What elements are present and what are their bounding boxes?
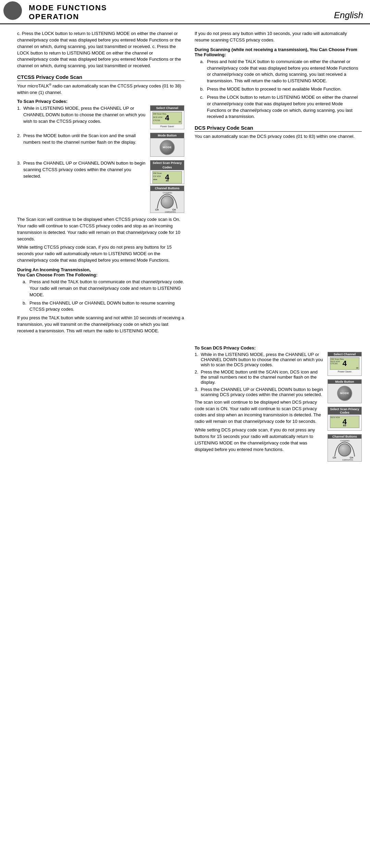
mode-knob-area-1: MODE [150, 138, 184, 156]
svg-text:GMRS/FRS: GMRS/FRS [165, 211, 176, 213]
incoming-item-b: b. Press the CHANNEL UP or CHANNEL DOWN … [23, 300, 184, 313]
dcs-select-channel-img: Select Channel DW Scan Req DCS VOX CTCSS… [328, 352, 362, 376]
ctcss-steps-list: 1. While in LISTENING MODE, press the CH… [17, 105, 184, 214]
dcs-power-saver: Power Saver [338, 370, 352, 373]
svg-text:CHANNEL: CHANNEL [340, 440, 350, 442]
intro-text-c: c. Press the LOCK button to return to LI… [17, 31, 184, 69]
bottom-section: To Scan DCS Privacy Codes: 1. While in t… [0, 343, 370, 472]
svg-text:CH: CH [350, 456, 353, 459]
select-channel-label-1: Select Channel [150, 106, 184, 111]
talk-scan-text: If you press the TALK button while scann… [17, 315, 184, 334]
step-3-num: 3. [17, 160, 23, 167]
svg-text:CH: CH [333, 456, 336, 459]
dcs-channel-body: CH CH GMRS/FRS CHANNEL [328, 439, 361, 461]
dcs-mode-label: Mode Button [328, 380, 361, 384]
ctcss-subsection-title: To Scan Privacy Codes: [17, 99, 184, 104]
scanning-text-c: Press the LOCK button to return to LISTE… [207, 94, 362, 120]
dcs-scan-screen: DCS VOX 4 83 [330, 416, 359, 428]
scanning-item-b: b. Press the MODE button to proceed to n… [200, 86, 362, 93]
dcs-images-col: Select Channel DW Scan Req DCS VOX CTCSS… [328, 352, 362, 463]
dcs-select-channel-label: Select Channel [328, 352, 361, 356]
step-1-content: While in LISTENING MODE, press the CHANN… [23, 105, 147, 125]
incoming-letter-b: b. [23, 300, 29, 307]
title-line1: MODE FUNCTIONS [29, 3, 107, 12]
scan-left-icons-1: DW Scan CS VOX ctcs [153, 172, 162, 181]
dcs-step-3-num: 3. [195, 387, 201, 397]
channel-body-1: CH CH GMRS/FRS CHANNEL [150, 191, 184, 213]
dcs-scan-text-2: While setting DCS privacy code scan, if … [195, 427, 325, 453]
scanning-item-a: a. Press and hold the TALK button to com… [200, 59, 362, 84]
dcs-scan-sub: 83 [343, 424, 346, 427]
step-3-content: Press the CHANNEL UP or CHANNEL DOWN but… [23, 160, 147, 180]
dcs-step-1-num: 1. [195, 352, 201, 367]
channel-buttons-img-1: Channel Buttons CH CH GMRS/FRS [150, 186, 184, 213]
dcs-intro: You can automatically scan the DCS priva… [195, 133, 362, 140]
step-1-num: 1. [17, 105, 23, 112]
scan-privacy-label-1: Select Scan Privacy Codes [150, 160, 184, 170]
dcs-scan-left-icons: DCS VOX [331, 416, 340, 418]
ctcss-step-2: 2. Press the MODE button until the Scan … [17, 133, 184, 158]
incoming-text-b: Press the CHANNEL UP or CHANNEL DOWN but… [29, 300, 184, 313]
during-incoming-heading: During An Incoming Transmission,You Can … [17, 267, 184, 277]
channel-knob-container-1: CH CH GMRS/FRS CHANNEL [154, 191, 181, 213]
header: MODE FUNCTIONS OPERATION English [0, 0, 370, 24]
dcs-screen-1: DW Scan Req DCS VOX CTCSS 4 00 [330, 357, 359, 370]
scanning-item-c: c. Press the LOCK button to return to LI… [200, 94, 362, 120]
during-incoming-list: a. Press and hold the TALK button to com… [23, 279, 184, 313]
step-2-image: Mode Button MODE [150, 133, 184, 158]
dcs-steps-text: 1. While in the LISTENING MODE, press th… [195, 352, 325, 463]
step-2-content: Press the MODE button until the Scan ico… [23, 133, 147, 146]
bottom-right: To Scan DCS Privacy Codes: 1. While in t… [195, 343, 362, 465]
dcs-step-2-num: 2. [195, 369, 201, 385]
svg-text:CH: CH [172, 209, 176, 211]
dcs-mode-knob: MODE [337, 386, 352, 401]
dcs-step-1: 1. While in the LISTENING MODE, press th… [195, 352, 325, 367]
scanning-letter-c: c. [200, 94, 207, 101]
dcs-section-title: DCS Privacy Code Scan [195, 125, 362, 132]
page: MODE FUNCTIONS OPERATION English c. Pres… [0, 0, 370, 472]
dcs-step-3: 3. Press the CHANNEL UP or CHANNEL DOWN … [195, 387, 325, 397]
dcs-mode-button-img: Mode Button MODE [328, 379, 362, 403]
header-circle [3, 1, 22, 20]
dcs-step-1-text: While in the LISTENING MODE, press the C… [201, 352, 325, 367]
dcs-channel-buttons-img: Channel Buttons CH CH GMRS/FRS CHANNEL [328, 434, 362, 462]
scanning-letter-a: a. [200, 59, 207, 65]
bottom-left [17, 343, 184, 465]
dcs-scan-label: Select Scan Privacy Codes [328, 407, 361, 415]
scan-continue-text: The Scan icon will continue to be displa… [17, 216, 184, 242]
no-press-text: If you do not press any button within 10… [195, 31, 362, 44]
svg-text:CH: CH [155, 209, 159, 211]
ctcss-step-1: 1. While in LISTENING MODE, press the CH… [17, 105, 184, 131]
mode-knob-text-1: MODE [163, 145, 172, 150]
ctcss-intro: Your microTALK® radio can automatically … [17, 83, 184, 96]
step-2-num: 2. [17, 133, 23, 139]
dcs-channel-buttons-label: Channel Buttons [328, 435, 361, 439]
select-scan-privacy-img-1: Select Scan Privacy Codes DW Scan CS VOX… [150, 160, 184, 184]
dcs-channel-arc-svg: CH CH GMRS/FRS CHANNEL [331, 439, 358, 461]
scan-sub-num-1: 38 [166, 179, 169, 183]
dcs-step-2: 2. Press the MODE button until the SCAN … [195, 369, 325, 385]
incoming-letter-a: a. [23, 279, 29, 285]
header-title: MODE FUNCTIONS OPERATION [7, 3, 107, 21]
scan-setting-text: While setting CTCSS privacy code scan, i… [17, 244, 184, 264]
power-saver-label-1: Power Saver [160, 125, 174, 128]
scanning-text-b: Press the MODE button to proceed to next… [207, 86, 342, 93]
dcs-steps-container: 1. While in the LISTENING MODE, press th… [195, 352, 362, 463]
main-content: c. Press the LOCK button to return to LI… [0, 24, 370, 343]
svg-text:GMRS/FRS: GMRS/FRS [342, 459, 353, 461]
dcs-mode-knob-text: MODE [340, 392, 349, 395]
during-scanning-list: a. Press and hold the TALK button to com… [200, 59, 362, 120]
dcs-step-2-text: Press the MODE button until the SCAN ico… [201, 369, 325, 385]
mode-button-img-1: Mode Button MODE [150, 133, 184, 157]
svg-text:CHANNEL: CHANNEL [163, 192, 173, 194]
ctcss-section-title: CTCSS Privacy Code Scan [17, 74, 184, 81]
screen-bottom-1: 00 [178, 120, 181, 123]
channel-arc-svg-1: CH CH GMRS/FRS CHANNEL [154, 191, 181, 213]
screen-left-icons-1: DW Scan Req DCS VOX CTCSS [153, 112, 166, 122]
dcs-knob-container: CH CH GMRS/FRS CHANNEL [331, 439, 358, 461]
dcs-scan-privacy-img: Select Scan Privacy Codes DCS VOX 4 83 [328, 407, 362, 431]
step-1-image: Select Channel DW Scan Req DCS VOX CTCSS… [150, 105, 184, 131]
mode-button-label-1: Mode Button [150, 133, 184, 138]
header-language: English [334, 10, 363, 21]
dcs-screen-left-icons: DW Scan Req DCS VOX CTCSS [331, 358, 344, 365]
